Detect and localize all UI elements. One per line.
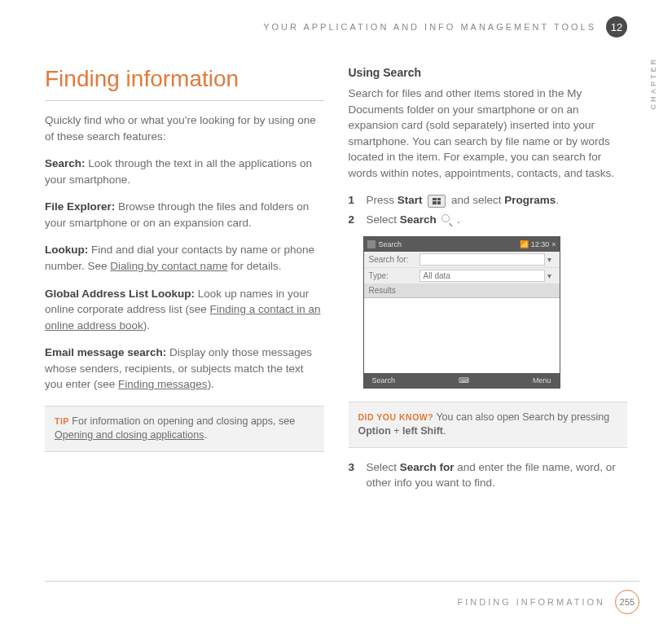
step-number: 3: [349, 459, 367, 491]
programs-label: Programs: [504, 194, 556, 206]
header-title: YOUR APPLICATION AND INFO MANAGEMENT TOO…: [263, 22, 596, 32]
dyk-label: DID YOU KNOW?: [358, 412, 434, 422]
feature-label: Global Address List Lookup:: [45, 288, 195, 300]
dropdown-icon: ▾: [545, 271, 555, 280]
search-for-label: Search for: [400, 461, 455, 473]
dyk-text: You can also open Search by pressing: [436, 411, 609, 423]
app-icon: [367, 240, 376, 248]
step-2: 2 Select Search .: [349, 212, 628, 228]
step-number: 2: [349, 212, 367, 228]
step-3: 3 Select Search for and enter the file n…: [349, 459, 628, 491]
clock: 12:30: [531, 240, 550, 248]
link-dialing-by-contact[interactable]: Dialing by contact name: [110, 260, 227, 272]
softkey-right: Menu: [533, 376, 551, 384]
step-text: and select: [448, 194, 504, 206]
feature-lookup: Lookup: Find and dial your contacts by n…: [45, 242, 324, 274]
softkey-left: Search: [372, 376, 396, 384]
tip-box: TIP For information on opening and closi…: [45, 406, 324, 452]
feature-text: Look through the text in all the applica…: [45, 157, 312, 186]
step-text: Select: [367, 213, 400, 226]
search-app-screenshot: Search 📶 12:30 × Search for: ▾ Type: All…: [363, 236, 560, 389]
key-left-shift: left Shift: [402, 425, 443, 437]
key-option: Option: [358, 425, 391, 437]
left-column: Finding information Quickly find who or …: [45, 66, 324, 494]
feature-gal-lookup: Global Address List Lookup: Look up name…: [45, 286, 324, 334]
step-number: 1: [349, 192, 367, 209]
tip-text: .: [204, 429, 206, 441]
dyk-text: +: [391, 425, 402, 437]
using-search-intro: Search for files and other items stored …: [349, 86, 628, 181]
link-finding-messages[interactable]: Finding messages: [118, 378, 208, 390]
search-label: Search: [400, 213, 437, 226]
type-field: All data: [419, 270, 545, 282]
link-opening-closing-apps[interactable]: Opening and closing applications: [55, 429, 204, 441]
windows-start-icon: [428, 195, 446, 208]
feature-email-search: Email message search: Display only those…: [45, 345, 324, 393]
search-for-field: [419, 253, 545, 266]
app-title: Search: [379, 240, 402, 248]
feature-label: File Explorer:: [45, 200, 115, 213]
signal-icon: 📶: [520, 240, 529, 248]
chapter-side-label: CHAPTER: [649, 57, 657, 110]
step-text: Press: [367, 194, 397, 206]
feature-label: Email message search:: [45, 346, 166, 358]
step-text: .: [556, 194, 559, 206]
tip-label: TIP: [55, 416, 69, 426]
did-you-know-box: DID YOU KNOW? You can also open Search b…: [349, 402, 628, 448]
tip-text: For information on opening and closing a…: [72, 415, 295, 427]
type-label: Type:: [369, 271, 419, 280]
dropdown-icon: ▾: [545, 255, 555, 264]
feature-label: Lookup:: [45, 244, 88, 256]
search-icon: [441, 214, 453, 226]
feature-text: ).: [208, 378, 214, 390]
feature-label: Search:: [45, 157, 86, 169]
page-number: 255: [615, 590, 639, 614]
results-header: Results: [364, 284, 560, 298]
dyk-text: .: [443, 425, 446, 437]
close-icon: ×: [551, 240, 556, 248]
feature-text: ).: [143, 319, 150, 332]
results-body: [364, 298, 560, 373]
feature-file-explorer: File Explorer: Browse through the files …: [45, 199, 324, 231]
step-text: Select: [367, 461, 400, 473]
step-1: 1 Press Start and select Programs.: [349, 192, 628, 209]
using-search-heading: Using Search: [349, 66, 628, 79]
softkey-center-icon: ⌨: [459, 376, 469, 384]
footer-title: FINDING INFORMATION: [458, 597, 605, 607]
feature-text: for details.: [227, 260, 281, 272]
right-column: Using Search Search for files and other …: [349, 66, 628, 494]
section-title: Finding information: [45, 66, 324, 101]
intro-text: Quickly find who or what you're looking …: [45, 112, 324, 144]
start-label: Start: [397, 194, 423, 206]
feature-search: Search: Look through the text in all the…: [45, 156, 324, 187]
step-text: .: [455, 213, 461, 226]
search-for-label: Search for:: [369, 255, 419, 264]
chapter-number-badge: 12: [606, 16, 627, 37]
